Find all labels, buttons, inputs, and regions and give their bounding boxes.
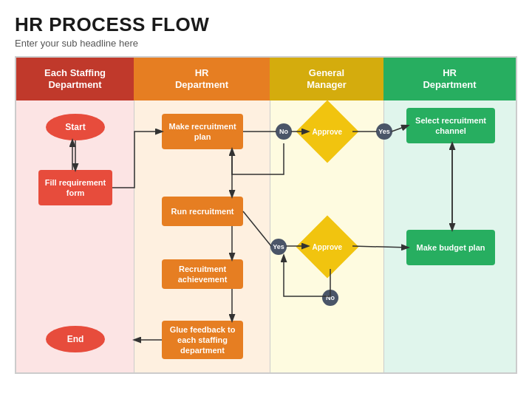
lane-hr-dept2: Select recruitment channel Make budget p… [383, 100, 516, 372]
header-col2: HR Department [134, 58, 270, 100]
approve2-node: Approve [296, 216, 359, 279]
page-subtitle: Enter your sub headline here [15, 38, 517, 49]
select-channel-node: Select recruitment channel [406, 108, 495, 143]
column-headers: Each Staffing Department HR Department G… [16, 58, 516, 100]
yes1-circle: Yes [376, 123, 392, 140]
flowchart: Each Staffing Department HR Department G… [15, 56, 517, 374]
start-node: Start [46, 114, 105, 140]
header-col3: General Manager [270, 58, 383, 100]
make-budget-node: Make budget plan [406, 230, 495, 265]
run-recruitment-node: Run recruitment [162, 197, 243, 226]
flowchart-body: Start Fill requirement form End Make rec… [16, 100, 516, 372]
header-col4: HR Department [383, 58, 516, 100]
yes2-circle: Yes [270, 239, 287, 255]
glue-feedback-node: Glue feedback to each staffing departmen… [162, 321, 243, 359]
lane-staffing: Start Fill requirement form End [16, 100, 134, 372]
approve1-node: Approve [296, 100, 359, 163]
end-node: End [46, 326, 105, 352]
lane-hr-dept: Make recruitment plan Run recruitment Re… [134, 100, 270, 372]
page: HR PROCESS FLOW Enter your sub headline … [0, 0, 532, 399]
lane-general-manager: Approve Approve [270, 100, 383, 372]
no2-circle: No [322, 290, 338, 306]
header-col1: Each Staffing Department [16, 58, 134, 100]
make-plan-node: Make recruitment plan [162, 114, 243, 149]
recruitment-achievement-node: Recruitment achievement [162, 259, 243, 289]
no1-circle: No [276, 123, 292, 140]
page-title: HR PROCESS FLOW [15, 13, 517, 36]
fill-form-node: Fill requirement form [38, 170, 112, 205]
